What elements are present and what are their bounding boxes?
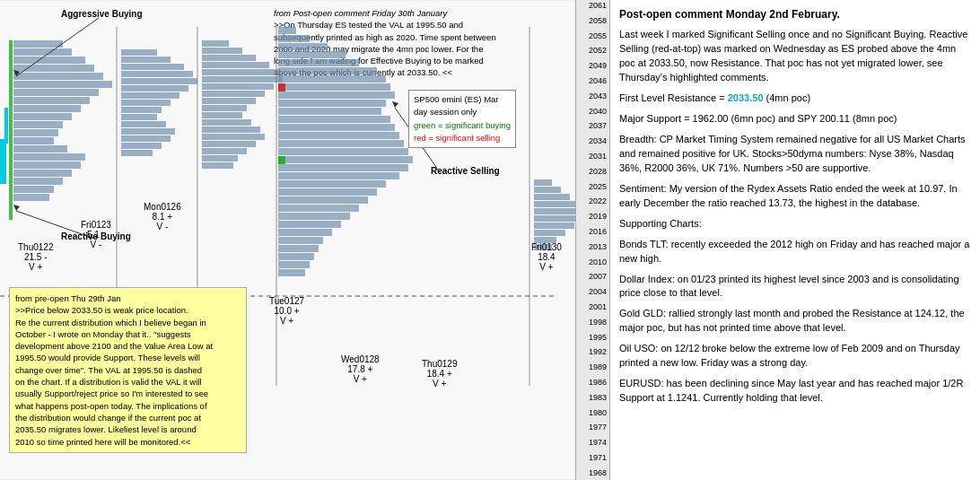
svg-rect-9 — [13, 97, 90, 104]
svg-rect-69 — [278, 124, 395, 131]
svg-rect-40 — [202, 48, 242, 54]
svg-rect-49 — [202, 112, 242, 118]
svg-rect-36 — [121, 135, 171, 142]
svg-rect-23 — [4, 108, 8, 144]
svg-rect-73 — [278, 156, 413, 163]
svg-rect-24 — [121, 49, 157, 56]
svg-rect-76 — [278, 180, 386, 188]
price-level: 2007 — [577, 273, 608, 282]
svg-rect-63 — [278, 75, 386, 83]
svg-rect-57 — [278, 27, 296, 34]
svg-rect-25 — [121, 57, 171, 63]
svg-rect-107 — [0, 139, 6, 184]
svg-rect-89 — [278, 156, 285, 164]
svg-rect-97 — [534, 230, 565, 236]
paragraph-5: Sentiment: My version of the Rydex Asset… — [619, 182, 971, 211]
svg-rect-12 — [13, 121, 63, 128]
svg-rect-3 — [13, 48, 72, 56]
price-level: 1971 — [577, 454, 608, 463]
svg-rect-64 — [278, 83, 390, 91]
svg-rect-37 — [121, 143, 162, 149]
svg-rect-45 — [202, 83, 274, 90]
svg-rect-27 — [121, 71, 193, 77]
svg-rect-13 — [13, 129, 58, 136]
price-level: 2028 — [577, 168, 608, 177]
svg-rect-94 — [534, 208, 576, 214]
svg-rect-20 — [13, 186, 54, 193]
svg-rect-34 — [121, 121, 166, 127]
svg-rect-66 — [278, 100, 386, 107]
svg-rect-83 — [278, 237, 323, 244]
price-level: 2055 — [577, 32, 608, 41]
legend-green: green = significant buying — [414, 119, 511, 132]
svg-rect-22 — [9, 40, 13, 220]
svg-rect-50 — [202, 119, 251, 126]
paragraph-3: Major Support = 1962.00 (6mn poc) and SP… — [619, 112, 971, 127]
svg-rect-8 — [13, 89, 99, 96]
svg-rect-70 — [278, 132, 399, 139]
svg-rect-85 — [278, 253, 314, 260]
svg-rect-18 — [13, 170, 72, 177]
price-level: 1974 — [577, 439, 608, 448]
svg-rect-53 — [202, 141, 256, 147]
svg-rect-10 — [13, 105, 81, 112]
svg-rect-4 — [13, 57, 85, 64]
paragraph-4: Breadth: CP Market Timing System remaine… — [619, 133, 971, 176]
svg-rect-33 — [121, 114, 157, 120]
price-level: 1968 — [577, 469, 608, 478]
svg-rect-90 — [534, 179, 552, 186]
svg-rect-81 — [278, 221, 341, 228]
svg-rect-74 — [278, 164, 408, 171]
price-level: 1995 — [577, 334, 608, 343]
legend-red: red = significant selling — [414, 132, 511, 144]
svg-rect-78 — [278, 196, 368, 204]
svg-rect-16 — [13, 153, 85, 161]
svg-rect-54 — [202, 148, 247, 154]
price-level: 2058 — [577, 17, 608, 26]
svg-rect-55 — [202, 155, 238, 161]
svg-rect-30 — [121, 92, 179, 99]
supporting-charts-title: Supporting Charts: — [619, 217, 971, 231]
price-level: 1986 — [577, 379, 608, 388]
svg-rect-75 — [278, 172, 399, 179]
post-open-title: Post-open comment Monday 2nd February. — [619, 7, 971, 22]
price-level: 2043 — [577, 92, 608, 101]
svg-rect-91 — [534, 187, 561, 193]
svg-rect-14 — [13, 137, 54, 144]
svg-rect-39 — [202, 40, 229, 47]
svg-rect-77 — [278, 188, 377, 196]
svg-rect-84 — [278, 245, 319, 252]
svg-rect-32 — [121, 107, 162, 113]
legend-line1: day session only — [414, 106, 511, 118]
svg-rect-6 — [13, 73, 103, 80]
svg-rect-52 — [202, 134, 265, 140]
svg-rect-87 — [278, 269, 305, 276]
svg-rect-62 — [278, 67, 377, 74]
svg-rect-71 — [278, 140, 404, 147]
svg-rect-21 — [13, 194, 49, 201]
price-level: 2022 — [577, 197, 608, 206]
svg-rect-79 — [278, 205, 359, 212]
svg-rect-46 — [202, 91, 265, 97]
svg-rect-5 — [13, 65, 94, 72]
svg-rect-43 — [202, 69, 278, 75]
fri0123-label: Fri0123 5.1 - V - — [81, 220, 111, 249]
price-level: 2049 — [577, 62, 608, 71]
svg-rect-15 — [13, 145, 67, 153]
price-level: 2040 — [577, 108, 608, 117]
price-level: 2025 — [577, 183, 608, 192]
svg-rect-28 — [121, 78, 197, 84]
dollar-text: Dollar Index: on 01/23 printed its highe… — [619, 273, 971, 301]
svg-rect-82 — [278, 229, 332, 236]
chart-area: from Post-open comment Friday 30th Janua… — [0, 0, 610, 480]
thu0129-label: Thu0129 18.4 + V + — [422, 359, 457, 388]
svg-rect-58 — [278, 35, 310, 42]
price-level: 2001 — [577, 303, 608, 312]
price-level: 2016 — [577, 228, 608, 237]
svg-rect-35 — [121, 128, 175, 135]
svg-rect-17 — [13, 161, 81, 169]
gold-text: Gold GLD: rallied strongly last month an… — [619, 307, 971, 336]
svg-rect-61 — [278, 59, 359, 66]
svg-rect-29 — [121, 85, 188, 92]
svg-rect-72 — [278, 148, 408, 155]
